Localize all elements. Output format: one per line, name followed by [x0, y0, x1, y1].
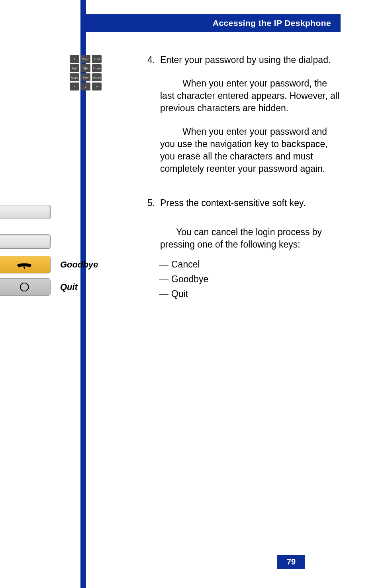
step-4-instruction: Enter your password by using the dialpad…: [160, 55, 331, 65]
key-5: 5jkl: [81, 64, 90, 72]
item-quit: Quit: [171, 289, 188, 299]
goodbye-label: Goodbye: [60, 260, 98, 270]
step-4-graphic-col: 1 2abc 3def 4ghi 5jkl 6mno 7pqrs 8tuv 9w…: [30, 54, 147, 92]
page-number: 79: [287, 557, 296, 566]
key-2: 2abc: [81, 55, 90, 63]
dash-2: —: [159, 273, 171, 285]
step-4-number: 4.: [147, 54, 160, 66]
page-number-box: 79: [277, 555, 305, 569]
quit-button-row: Quit: [0, 278, 147, 296]
dash-3: —: [159, 288, 171, 300]
step-5-row: Goodbye Quit 5.Press the context-sensiti…: [30, 197, 341, 302]
softkey-graphic-list: [0, 205, 147, 249]
stop-octagon-icon: [20, 283, 29, 291]
quit-button-graphic: [0, 278, 51, 296]
key-8: 8tuv: [81, 73, 90, 81]
page: Accessing the IP Deskphone 1 2abc 3def 4…: [0, 0, 380, 588]
key-star: *: [70, 83, 79, 90]
step-4-row: 1 2abc 3def 4ghi 5jkl 6mno 7pqrs 8tuv 9w…: [30, 54, 341, 175]
goodbye-button-graphic: [0, 256, 51, 273]
step-5-number: 5.: [147, 197, 160, 209]
step-4-note-1: When you enter your password, the last c…: [147, 77, 341, 114]
handset-icon: [16, 260, 33, 270]
step-4-text: 4.Enter your password by using the dialp…: [147, 54, 341, 175]
chapter-header-bar: Accessing the IP Deskphone: [80, 14, 341, 32]
key-6: 6mno: [92, 64, 102, 72]
goodbye-button-row: Goodbye: [0, 256, 147, 273]
cancel-keys-list: —Cancel —Goodbye —Quit: [147, 258, 341, 300]
dialpad-icon: 1 2abc 3def 4ghi 5jkl 6mno 7pqrs 8tuv 9w…: [70, 55, 102, 90]
content-area: 1 2abc 3def 4ghi 5jkl 6mno 7pqrs 8tuv 9w…: [30, 54, 341, 324]
key-4: 4ghi: [70, 64, 79, 72]
item-goodbye: Goodbye: [171, 274, 208, 284]
list-item-cancel: —Cancel: [159, 258, 341, 271]
step-5-instruction-b: context-sensitive soft key.: [202, 198, 306, 208]
item-cancel: Cancel: [171, 259, 200, 269]
step-5-note: You can cancel the login process by pres…: [147, 226, 341, 251]
softkey-blank-2: [0, 234, 51, 249]
key-9: 9wxyz: [92, 73, 102, 81]
svg-marker-0: [20, 283, 28, 291]
step-5-graphic-col: Goodbye Quit: [30, 197, 147, 296]
key-3: 3def: [92, 55, 102, 63]
key-7: 7pqrs: [70, 73, 79, 81]
list-item-goodbye: —Goodbye: [159, 273, 341, 285]
chapter-title: Accessing the IP Deskphone: [213, 18, 331, 28]
step-5-text: 5.Press the context-sensitive soft key. …: [147, 197, 341, 302]
dash-1: —: [159, 258, 171, 271]
key-hash: #: [92, 83, 102, 90]
key-0: 0: [81, 83, 90, 90]
step-5-instruction-a: Press the: [160, 198, 202, 208]
softkey-blank-1: [0, 205, 51, 219]
quit-label: Quit: [60, 282, 78, 292]
list-item-quit: —Quit: [159, 288, 341, 300]
step-4-note-2: When you enter your password and you use…: [147, 126, 341, 175]
key-1: 1: [70, 55, 79, 63]
